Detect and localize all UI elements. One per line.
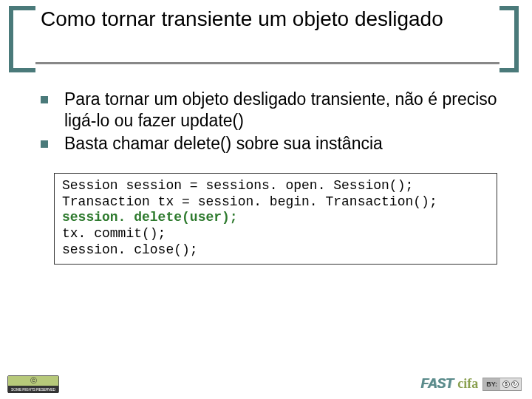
code-line: tx. commit(); xyxy=(62,226,489,242)
bullet-item: Para tornar um objeto desligado transien… xyxy=(41,89,502,132)
square-bullet-icon xyxy=(41,96,48,103)
bullet-text: Para tornar um objeto desligado transien… xyxy=(64,89,502,132)
code-line-highlight: session. delete(user); xyxy=(62,210,489,226)
cc-badge-bottom: SOME RIGHTS RESERVED xyxy=(8,386,58,393)
bullet-item: Basta chamar delete() sobre sua instânci… xyxy=(41,133,502,154)
creative-commons-badge: ⓒ SOME RIGHTS RESERVED xyxy=(7,375,59,393)
title-underline xyxy=(35,62,499,64)
attribution-badge: BY: $ ↻ xyxy=(482,378,522,391)
cc-badge-top: ⓒ xyxy=(8,376,58,386)
code-snippet: Session session = sessions. open. Sessio… xyxy=(54,173,497,265)
footer-logos: FAST cifa BY: $ ↻ xyxy=(420,376,522,392)
code-line: Session session = sessions. open. Sessio… xyxy=(62,178,489,194)
square-bullet-icon xyxy=(41,140,48,148)
code-line: session. close(); xyxy=(62,242,489,259)
by-icons: $ ↻ xyxy=(500,378,521,390)
bullet-text: Basta chamar delete() sobre sua instânci… xyxy=(64,133,383,154)
title-container: Como tornar transiente um objeto desliga… xyxy=(41,7,502,31)
by-label: BY: xyxy=(483,378,500,390)
sharealike-icon: ↻ xyxy=(511,381,519,388)
slide-title: Como tornar transiente um objeto desliga… xyxy=(41,7,502,31)
noncommercial-icon: $ xyxy=(502,381,510,388)
code-line: Transaction tx = session. begin. Transac… xyxy=(62,194,489,211)
fast-logo: FAST xyxy=(420,376,453,392)
cifa-logo: cifa xyxy=(457,376,478,392)
title-bracket-left xyxy=(9,6,35,72)
slide-footer: ⓒ SOME RIGHTS RESERVED FAST cifa BY: $ ↻ xyxy=(0,372,532,395)
slide-body: Para tornar um objeto desligado transien… xyxy=(41,89,502,265)
